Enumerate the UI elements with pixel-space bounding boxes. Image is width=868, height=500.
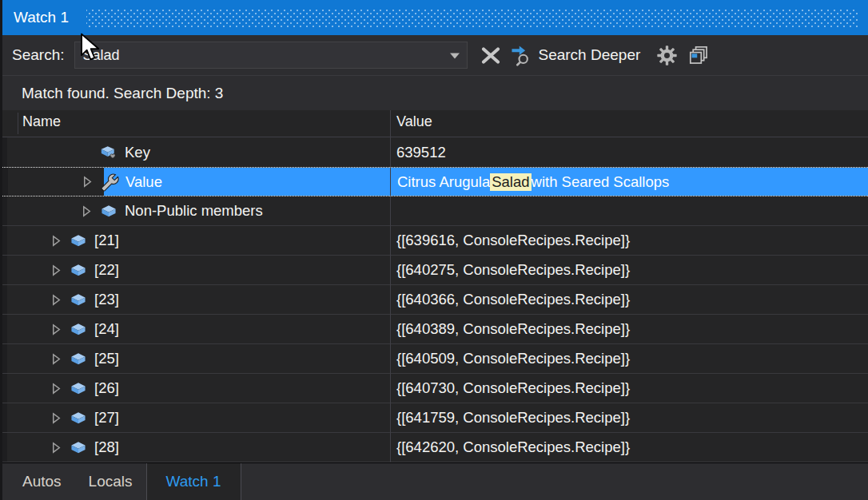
row-value[interactable]: {[640730, ConsoleRecipes.Recipe]} — [390, 374, 868, 403]
row-value[interactable]: {[639616, ConsoleRecipes.Recipe]} — [390, 226, 868, 255]
row-name-cell[interactable]: Key — [0, 137, 390, 167]
window-position-icon — [688, 45, 710, 66]
row-name: [23] — [94, 291, 119, 308]
window-position-button[interactable] — [688, 45, 710, 66]
field-icon — [70, 232, 87, 249]
expander-icon[interactable] — [51, 442, 62, 454]
header-gutter-line — [18, 113, 18, 134]
row-name-cell[interactable]: [23] — [0, 285, 390, 314]
grid-body: Key639512ValueCitrus Arugula Salad with … — [0, 137, 868, 462]
search-deeper-button[interactable]: Search Deeper — [510, 45, 640, 66]
status-text: Match found. Search Depth: 3 — [22, 85, 223, 102]
watch-grid: Name Value Key639512ValueCitrus Arugula … — [0, 110, 868, 462]
property-icon — [101, 173, 118, 190]
field-icon — [70, 321, 87, 338]
row-value[interactable]: Citrus Arugula Salad with Seared Scallop… — [391, 168, 868, 196]
table-row[interactable]: [22]{[640275, ConsoleRecipes.Recipe]} — [0, 256, 868, 285]
table-row[interactable]: ValueCitrus Arugula Salad with Seared Sc… — [0, 167, 868, 196]
expander-icon[interactable] — [51, 294, 62, 306]
window-title: Watch 1 — [14, 9, 69, 26]
table-row[interactable]: [26]{[640730, ConsoleRecipes.Recipe]} — [0, 374, 868, 403]
value-text: Citrus Arugula — [397, 173, 490, 191]
gear-icon — [656, 45, 678, 66]
row-value[interactable]: {[640509, ConsoleRecipes.Recipe]} — [390, 344, 868, 373]
tab-label: Watch 1 — [166, 473, 221, 490]
tab-watch-1[interactable]: Watch 1 — [146, 463, 241, 500]
row-name-cell[interactable]: Value — [1, 168, 391, 196]
expander-icon[interactable] — [51, 383, 62, 395]
expander-icon[interactable] — [51, 264, 62, 276]
row-value[interactable]: 639512 — [390, 137, 868, 167]
row-value[interactable]: {[640366, ConsoleRecipes.Recipe]} — [390, 285, 868, 314]
field-icon — [70, 351, 87, 367]
expander-icon[interactable] — [51, 323, 62, 335]
expander-icon[interactable] — [51, 353, 62, 365]
titlebar[interactable]: Watch 1 — [0, 0, 868, 35]
close-icon — [481, 47, 500, 64]
row-name: [25] — [94, 350, 119, 367]
field-icon — [70, 410, 87, 427]
window-left-edge — [0, 0, 2, 500]
table-row[interactable]: Non-Public members — [0, 196, 868, 226]
grid-header: Name Value — [0, 110, 868, 137]
row-name: [26] — [94, 379, 119, 397]
search-deeper-icon — [510, 45, 532, 66]
field-icon — [100, 203, 117, 220]
expander-icon[interactable] — [51, 235, 62, 247]
row-name-cell[interactable]: Non-Public members — [0, 196, 390, 225]
field-icon — [70, 292, 87, 308]
row-name: [21] — [94, 232, 119, 249]
row-name-cell[interactable]: [22] — [0, 256, 390, 284]
row-name: [27] — [94, 409, 119, 427]
tab-label: Autos — [22, 473, 62, 490]
table-row[interactable]: [23]{[640366, ConsoleRecipes.Recipe]} — [0, 285, 868, 315]
row-value[interactable]: {[641759, ConsoleRecipes.Recipe]} — [390, 403, 868, 432]
row-name: Value — [125, 173, 162, 191]
search-toolbar: Search: Salad Search Deeper — [0, 35, 868, 76]
field-icon — [70, 262, 87, 279]
row-name-cell[interactable]: [24] — [0, 315, 390, 343]
table-row[interactable]: Key639512 — [0, 137, 868, 167]
field-icon — [70, 380, 87, 397]
value-text: with Seared Scallops — [532, 173, 670, 191]
row-value[interactable]: {[640275, ConsoleRecipes.Recipe]} — [390, 256, 868, 284]
row-name: [24] — [94, 320, 119, 338]
row-value[interactable] — [390, 196, 868, 225]
row-value[interactable]: {[640389, ConsoleRecipes.Recipe]} — [390, 315, 868, 343]
tab-label: Locals — [89, 473, 133, 490]
row-name: [22] — [94, 261, 119, 279]
watch-tool-window: Watch 1 Search: Salad — [0, 0, 868, 500]
row-name-cell[interactable]: [21] — [0, 226, 390, 255]
row-value[interactable]: {[642620, ConsoleRecipes.Recipe]} — [390, 433, 868, 462]
tab-locals[interactable]: Locals — [75, 463, 146, 500]
chevron-down-icon[interactable] — [450, 53, 460, 59]
row-name: Key — [125, 144, 150, 161]
tab-autos[interactable]: Autos — [9, 463, 75, 500]
search-deeper-label: Search Deeper — [538, 46, 640, 64]
field-icon — [70, 439, 87, 456]
tool-window-tabstrip: AutosLocalsWatch 1 — [0, 462, 868, 500]
column-separator[interactable] — [390, 110, 391, 462]
row-name-cell[interactable]: [27] — [0, 403, 390, 432]
table-row[interactable]: [25]{[640509, ConsoleRecipes.Recipe]} — [0, 344, 868, 374]
clear-search-button[interactable] — [481, 47, 500, 64]
expander-icon[interactable] — [82, 205, 92, 217]
table-row[interactable]: [24]{[640389, ConsoleRecipes.Recipe]} — [0, 315, 868, 344]
expander-icon[interactable] — [51, 412, 62, 424]
settings-button[interactable] — [656, 45, 678, 66]
search-combobox[interactable]: Salad — [74, 42, 468, 69]
expander-icon[interactable] — [82, 176, 93, 188]
table-row[interactable]: [28]{[642620, ConsoleRecipes.Recipe]} — [0, 433, 868, 462]
search-input[interactable]: Salad — [82, 47, 119, 64]
search-label: Search: — [12, 46, 64, 64]
table-row[interactable]: [27]{[641759, ConsoleRecipes.Recipe]} — [0, 403, 868, 433]
search-match-highlight: Salad — [490, 173, 531, 191]
row-name-cell[interactable]: [25] — [0, 344, 390, 373]
row-name-cell[interactable]: [28] — [0, 433, 390, 462]
table-row[interactable]: [21]{[639616, ConsoleRecipes.Recipe]} — [0, 226, 868, 256]
drag-handle-dots[interactable] — [86, 10, 858, 27]
row-name-cell[interactable]: [26] — [0, 374, 390, 403]
row-name: [28] — [94, 438, 119, 456]
column-header-value[interactable]: Value — [396, 113, 432, 130]
column-header-name[interactable]: Name — [22, 113, 61, 130]
